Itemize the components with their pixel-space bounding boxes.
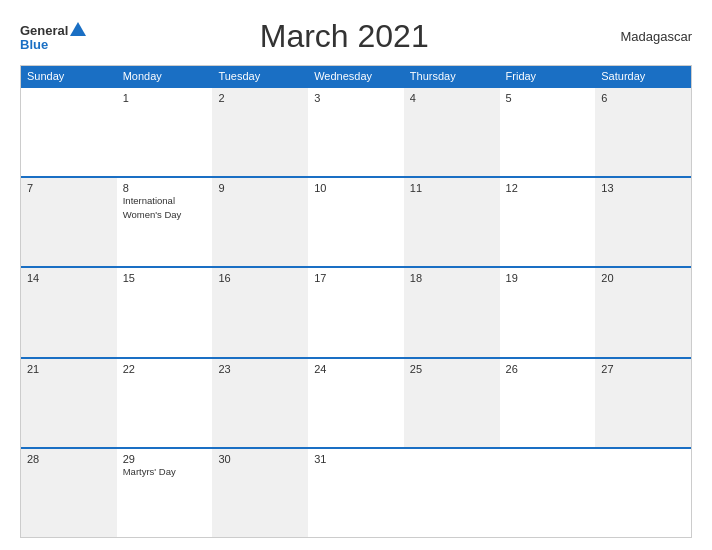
day-number: 28 (27, 453, 111, 465)
day-cell: 2 (212, 88, 308, 176)
day-number: 8 (123, 182, 207, 194)
day-cell: 28 (21, 449, 117, 537)
day-number: 4 (410, 92, 494, 104)
day-cell: 12 (500, 178, 596, 266)
day-number: 29 (123, 453, 207, 465)
header-saturday: Saturday (595, 66, 691, 86)
logo-blue: Blue (20, 38, 48, 51)
day-number: 15 (123, 272, 207, 284)
day-cell: 7 (21, 178, 117, 266)
logo-general: General (20, 24, 68, 37)
day-cell: 5 (500, 88, 596, 176)
logo-triangle-icon (70, 22, 86, 36)
day-number: 3 (314, 92, 398, 104)
header-tuesday: Tuesday (212, 66, 308, 86)
day-cell: 10 (308, 178, 404, 266)
week-row-1: 1 2 3 4 5 6 (21, 86, 691, 176)
week-row-3: 14 15 16 17 18 19 20 (21, 266, 691, 356)
day-cell: 23 (212, 359, 308, 447)
logo: General Blue (20, 22, 86, 51)
day-number: 20 (601, 272, 685, 284)
day-cell: 8 International Women's Day (117, 178, 213, 266)
logo-block: General Blue (20, 22, 86, 51)
day-number: 2 (218, 92, 302, 104)
day-cell (595, 449, 691, 537)
calendar-title: March 2021 (86, 18, 602, 55)
day-cell: 4 (404, 88, 500, 176)
day-cell: 27 (595, 359, 691, 447)
day-number: 13 (601, 182, 685, 194)
header-sunday: Sunday (21, 66, 117, 86)
day-number: 26 (506, 363, 590, 375)
day-cell: 17 (308, 268, 404, 356)
day-number: 27 (601, 363, 685, 375)
week-row-5: 28 29 Martyrs' Day 30 31 (21, 447, 691, 537)
day-cell: 14 (21, 268, 117, 356)
day-cell: 3 (308, 88, 404, 176)
day-cell (404, 449, 500, 537)
day-cell: 9 (212, 178, 308, 266)
day-number: 24 (314, 363, 398, 375)
day-cell: 31 (308, 449, 404, 537)
day-cell: 24 (308, 359, 404, 447)
day-cell: 15 (117, 268, 213, 356)
header-wednesday: Wednesday (308, 66, 404, 86)
day-cell (500, 449, 596, 537)
calendar: Sunday Monday Tuesday Wednesday Thursday… (20, 65, 692, 538)
day-number: 5 (506, 92, 590, 104)
country-label: Madagascar (602, 29, 692, 44)
day-number: 30 (218, 453, 302, 465)
day-number: 19 (506, 272, 590, 284)
day-number: 7 (27, 182, 111, 194)
day-cell (21, 88, 117, 176)
day-event: Martyrs' Day (123, 466, 176, 477)
day-cell: 21 (21, 359, 117, 447)
day-number: 16 (218, 272, 302, 284)
day-cell: 13 (595, 178, 691, 266)
day-number: 1 (123, 92, 207, 104)
day-number: 11 (410, 182, 494, 194)
header: General Blue March 2021 Madagascar (20, 18, 692, 55)
week-row-4: 21 22 23 24 25 26 27 (21, 357, 691, 447)
day-cell: 20 (595, 268, 691, 356)
day-number: 22 (123, 363, 207, 375)
day-number: 9 (218, 182, 302, 194)
day-number: 6 (601, 92, 685, 104)
day-cell: 29 Martyrs' Day (117, 449, 213, 537)
week-row-2: 7 8 International Women's Day 9 10 11 12… (21, 176, 691, 266)
day-number: 12 (506, 182, 590, 194)
day-cell: 16 (212, 268, 308, 356)
day-number: 14 (27, 272, 111, 284)
day-number: 23 (218, 363, 302, 375)
day-number: 18 (410, 272, 494, 284)
day-cell: 25 (404, 359, 500, 447)
day-number: 10 (314, 182, 398, 194)
day-number: 25 (410, 363, 494, 375)
day-cell: 26 (500, 359, 596, 447)
weeks: 1 2 3 4 5 6 7 8 International Women's Da… (21, 86, 691, 537)
day-cell: 11 (404, 178, 500, 266)
day-cell: 19 (500, 268, 596, 356)
day-number: 17 (314, 272, 398, 284)
logo-top-row: General (20, 22, 86, 38)
day-number: 31 (314, 453, 398, 465)
day-event: International Women's Day (123, 195, 182, 219)
day-cell: 6 (595, 88, 691, 176)
day-cell: 18 (404, 268, 500, 356)
day-number: 21 (27, 363, 111, 375)
day-cell: 22 (117, 359, 213, 447)
header-friday: Friday (500, 66, 596, 86)
page: General Blue March 2021 Madagascar Sunda… (0, 0, 712, 550)
day-cell: 1 (117, 88, 213, 176)
header-monday: Monday (117, 66, 213, 86)
day-cell: 30 (212, 449, 308, 537)
header-thursday: Thursday (404, 66, 500, 86)
day-headers-row: Sunday Monday Tuesday Wednesday Thursday… (21, 66, 691, 86)
